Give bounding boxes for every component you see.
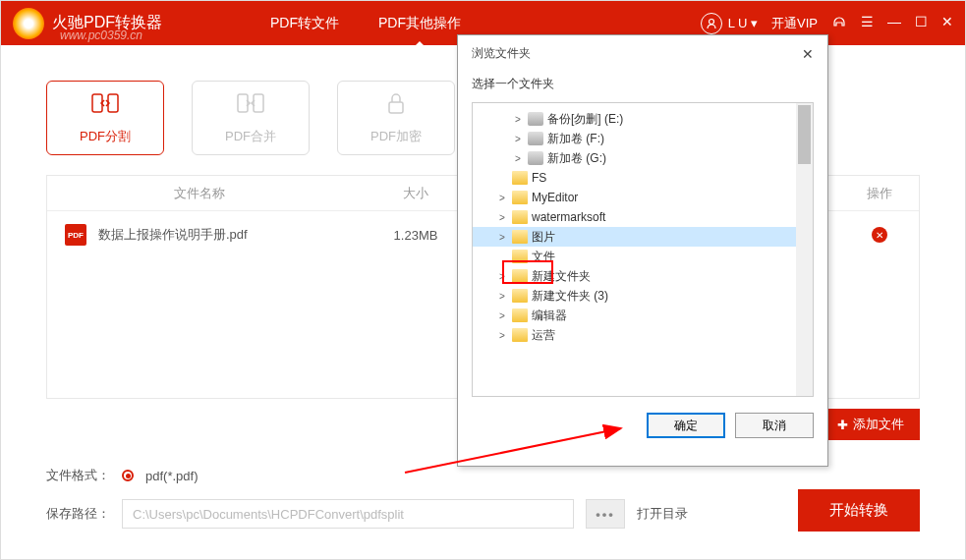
folder-icon <box>512 171 528 185</box>
folder-icon <box>512 230 528 244</box>
tree-item[interactable]: >运营 <box>473 325 813 345</box>
tree-item[interactable]: >备份[勿删] (E:) <box>473 109 813 129</box>
path-label: 保存路径： <box>46 505 110 523</box>
col-header-name: 文件名称 <box>47 185 352 202</box>
tree-expand-icon[interactable]: > <box>496 310 508 321</box>
tree-scrollbar[interactable] <box>796 103 813 396</box>
delete-row-button[interactable]: ✕ <box>872 227 887 243</box>
col-header-op: 操作 <box>840 185 919 202</box>
folder-icon <box>512 289 528 303</box>
tree-expand-icon[interactable]: > <box>512 134 524 144</box>
dialog-ok-button[interactable]: 确定 <box>647 413 725 438</box>
dialog-subtitle: 选择一个文件夹 <box>458 72 827 102</box>
tool-label: PDF合并 <box>225 128 276 145</box>
drive-icon <box>528 132 543 145</box>
app-logo-icon <box>13 8 44 39</box>
tree-item[interactable]: 文件 <box>473 247 813 266</box>
dialog-cancel-button[interactable]: 取消 <box>735 413 814 438</box>
watermark-text: www.pc0359.cn <box>60 28 142 42</box>
tree-expand-icon[interactable]: > <box>496 212 508 223</box>
folder-icon <box>512 191 528 204</box>
merge-icon <box>236 90 265 122</box>
tool-pdf-merge[interactable]: PDF合并 <box>192 81 310 155</box>
tree-item[interactable]: >新建文件夹 <box>473 266 813 286</box>
user-avatar-icon <box>701 13 722 34</box>
drive-icon <box>528 151 543 165</box>
lock-icon <box>384 90 408 122</box>
menu-icon[interactable]: ☰ <box>861 14 874 32</box>
tree-item[interactable]: >新建文件夹 (3) <box>473 286 813 306</box>
tool-label: PDF加密 <box>370 128 422 145</box>
tree-expand-icon[interactable]: > <box>496 271 508 282</box>
tree-item[interactable]: >图片 <box>473 227 813 247</box>
scroll-thumb[interactable] <box>798 105 811 164</box>
dialog-title: 浏览文件夹 <box>472 45 531 62</box>
path-row: 保存路径： C:\Users\pc\Documents\HCPDFConvert… <box>46 493 920 534</box>
tree-item-label: MyEditor <box>532 191 578 204</box>
svg-point-0 <box>709 19 713 24</box>
tree-item[interactable]: >watermarksoft <box>473 207 813 227</box>
folder-browse-dialog: 浏览文件夹 ✕ 选择一个文件夹 >备份[勿删] (E:)>新加卷 (F:)>新加… <box>457 34 828 467</box>
format-label: 文件格式： <box>46 467 110 484</box>
tree-item-label: 新加卷 (G:) <box>547 150 606 167</box>
tree-item-label: 图片 <box>532 229 555 246</box>
format-radio[interactable] <box>122 470 134 481</box>
tool-pdf-split[interactable]: PDF分割 <box>46 81 164 155</box>
tree-item[interactable]: >MyEditor <box>473 188 813 207</box>
tree-item-label: 新建文件夹 <box>532 268 591 285</box>
window-buttons: ☰ — ☐ ✕ <box>831 14 953 32</box>
tree-expand-icon[interactable]: > <box>496 193 508 203</box>
close-icon[interactable]: ✕ <box>941 14 953 32</box>
plus-icon: ✚ <box>837 418 848 432</box>
folder-icon <box>512 250 528 263</box>
add-file-label: 添加文件 <box>853 416 904 433</box>
file-name: 数据上报操作说明手册.pdf <box>98 226 248 244</box>
dialog-close-button[interactable]: ✕ <box>802 46 814 62</box>
open-dir-link[interactable]: 打开目录 <box>637 505 688 523</box>
pdf-icon: PDF <box>65 224 86 246</box>
dialog-titlebar: 浏览文件夹 ✕ <box>458 35 827 72</box>
folder-tree[interactable]: >备份[勿删] (E:)>新加卷 (F:)>新加卷 (G:)FS>MyEdito… <box>472 102 814 397</box>
add-file-button[interactable]: ✚ 添加文件 <box>822 409 920 440</box>
nav-pdf-other[interactable]: PDF其他操作 <box>378 3 461 44</box>
user-label: L U ▾ <box>728 16 758 30</box>
folder-icon <box>512 269 528 283</box>
tree-item-label: watermarksoft <box>532 210 605 224</box>
svg-rect-4 <box>254 94 263 112</box>
tool-pdf-encrypt[interactable]: PDF加密 <box>337 81 455 155</box>
tree-item-label: 新建文件夹 (3) <box>532 288 608 305</box>
tree-expand-icon[interactable]: > <box>496 330 508 341</box>
path-input[interactable]: C:\Users\pc\Documents\HCPDFConvert\pdfsp… <box>122 499 574 529</box>
tree-expand-icon[interactable]: > <box>496 232 508 243</box>
maximize-icon[interactable]: ☐ <box>915 14 928 32</box>
tree-item[interactable]: >编辑器 <box>473 306 813 325</box>
drive-icon <box>528 112 543 126</box>
svg-rect-5 <box>389 102 403 113</box>
dialog-buttons: 确定 取消 <box>458 397 827 438</box>
tree-item[interactable]: >新加卷 (F:) <box>473 129 813 148</box>
tree-expand-icon[interactable]: > <box>512 153 524 164</box>
folder-icon <box>512 328 528 342</box>
folder-icon <box>512 308 528 322</box>
vip-link[interactable]: 开通VIP <box>771 15 818 32</box>
tree-item-label: 文件 <box>532 249 555 265</box>
titlebar-right: L U ▾ 开通VIP ☰ — ☐ ✕ <box>701 13 953 34</box>
headset-icon[interactable] <box>831 14 847 32</box>
tree-item-label: FS <box>532 171 546 185</box>
tree-expand-icon[interactable]: > <box>496 291 508 302</box>
user-menu[interactable]: L U ▾ <box>701 13 758 34</box>
tree-item[interactable]: >新加卷 (G:) <box>473 148 813 168</box>
svg-rect-3 <box>238 94 248 112</box>
tree-item-label: 备份[勿删] (E:) <box>547 111 623 128</box>
tree-item-label: 运营 <box>532 327 555 344</box>
tree-item-label: 新加卷 (F:) <box>547 131 604 147</box>
minimize-icon[interactable]: — <box>887 14 901 32</box>
convert-button[interactable]: 开始转换 <box>798 489 920 532</box>
main-nav: PDF转文件 PDF其他操作 <box>270 3 461 44</box>
browse-button[interactable]: ••• <box>586 499 625 529</box>
tree-item-label: 编辑器 <box>532 308 567 324</box>
tree-item[interactable]: FS <box>473 168 813 188</box>
tree-expand-icon[interactable]: > <box>512 114 524 125</box>
format-value: pdf(*.pdf) <box>145 469 198 483</box>
nav-pdf-convert[interactable]: PDF转文件 <box>270 3 339 44</box>
